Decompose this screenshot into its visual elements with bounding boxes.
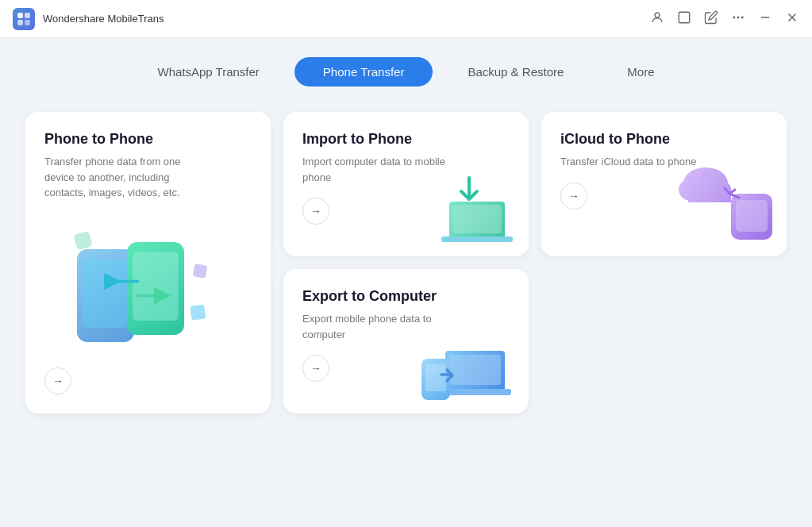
svg-rect-3 <box>25 20 30 25</box>
illus-export <box>410 307 521 406</box>
nav-tabs: WhatsApp Transfer Phone Transfer Backup … <box>25 57 787 87</box>
svg-rect-13 <box>83 259 129 327</box>
app-title: Wondershare MobileTrans <box>43 13 164 25</box>
main-content: WhatsApp Transfer Phone Transfer Backup … <box>0 38 812 527</box>
svg-point-6 <box>733 17 735 18</box>
svg-point-8 <box>742 17 744 18</box>
arrow-export[interactable]: → <box>302 355 329 382</box>
svg-rect-15 <box>133 252 179 320</box>
menu-icon[interactable] <box>731 10 745 28</box>
illus-icloud <box>675 150 779 248</box>
svg-rect-33 <box>425 364 446 391</box>
illus-import <box>418 158 521 248</box>
titlebar-controls <box>650 10 799 28</box>
arrow-import[interactable]: → <box>302 198 329 225</box>
tab-backup[interactable]: Backup & Restore <box>439 57 592 87</box>
svg-rect-30 <box>449 355 501 385</box>
user-icon[interactable] <box>650 10 664 28</box>
svg-rect-0 <box>17 13 23 18</box>
svg-rect-24 <box>736 200 768 232</box>
svg-rect-1 <box>25 13 30 18</box>
card-title-phone-to-phone: Phone to Phone <box>44 131 252 148</box>
close-icon[interactable] <box>785 10 799 28</box>
card-desc-phone-to-phone: Transfer phone data from one device to a… <box>44 154 203 201</box>
cards-grid: Phone to Phone Transfer phone data from … <box>25 112 787 414</box>
card-icloud-to-phone[interactable]: iCloud to Phone Transfer iCloud data to … <box>541 112 787 256</box>
titlebar: Wondershare MobileTrans <box>0 0 812 38</box>
svg-rect-28 <box>688 188 731 202</box>
card-title-export: Export to Computer <box>302 288 510 305</box>
card-phone-to-phone[interactable]: Phone to Phone Transfer phone data from … <box>25 112 271 414</box>
card-import-to-phone[interactable]: Import to Phone Import computer data to … <box>283 112 529 256</box>
tab-phone[interactable]: Phone Transfer <box>294 57 433 87</box>
arrow-phone-to-phone[interactable]: → <box>44 367 71 394</box>
svg-point-7 <box>737 17 739 18</box>
svg-rect-21 <box>452 205 502 233</box>
card-title-import: Import to Phone <box>302 131 510 148</box>
svg-point-4 <box>655 13 660 17</box>
svg-rect-18 <box>190 304 206 320</box>
svg-rect-5 <box>679 12 690 23</box>
tab-more[interactable]: More <box>598 57 683 87</box>
svg-rect-2 <box>17 20 23 25</box>
svg-rect-16 <box>73 231 92 250</box>
svg-rect-22 <box>441 237 513 242</box>
card-title-icloud: iCloud to Phone <box>560 131 768 148</box>
titlebar-left: Wondershare MobileTrans <box>13 8 164 30</box>
tab-whatsapp[interactable]: WhatsApp Transfer <box>129 57 287 87</box>
card-export-to-computer[interactable]: Export to Computer Export mobile phone d… <box>283 269 529 414</box>
svg-rect-17 <box>192 264 207 279</box>
app-icon <box>13 8 35 30</box>
arrow-icloud[interactable]: → <box>560 183 587 210</box>
edit-icon[interactable] <box>704 10 718 28</box>
minimize-icon[interactable] <box>758 10 772 28</box>
windows-icon[interactable] <box>677 10 691 28</box>
